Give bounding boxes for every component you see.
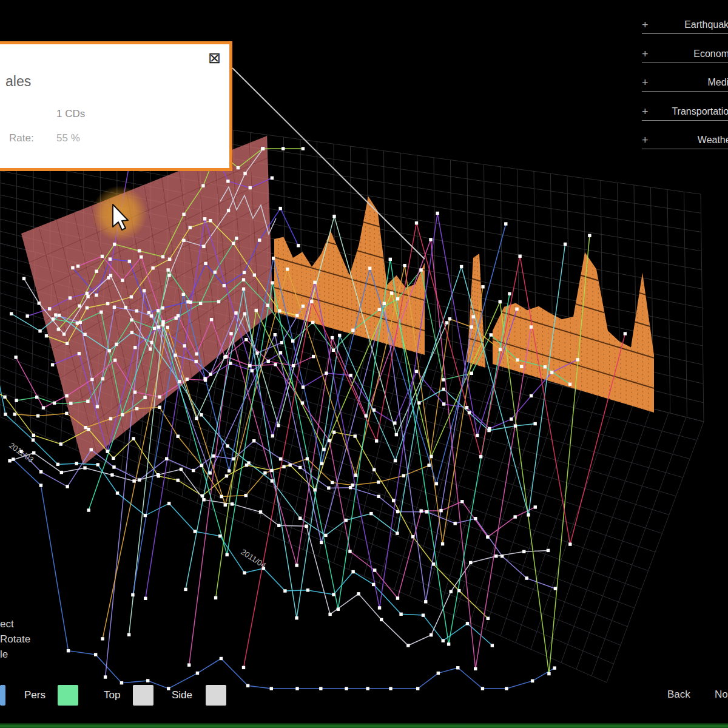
view-toolbar: Pers Top Side Back No xyxy=(0,683,728,710)
menu-item-economy[interactable]: + Economy xyxy=(642,49,728,63)
tooltip-popup: ⊠ ales 1 CDs Rate: 55 % xyxy=(0,41,232,171)
tooltip-title: ales xyxy=(5,73,31,90)
tooltip-rate-label: Rate: xyxy=(9,132,34,144)
menu-item-label: Economy xyxy=(693,49,728,59)
plus-icon[interactable]: + xyxy=(642,19,649,30)
view-button-perspective[interactable] xyxy=(58,685,78,706)
menu-item-transportation[interactable]: + Transportation xyxy=(642,106,728,121)
tooltip-cds-value: 1 CDs xyxy=(56,108,85,120)
mouse-hints: ect Rotate le xyxy=(0,616,30,662)
menu-item-media[interactable]: + Media xyxy=(642,77,728,92)
plus-icon[interactable]: + xyxy=(642,49,649,59)
partial-view-swatch[interactable] xyxy=(0,685,5,706)
menu-item-label: Weather xyxy=(698,135,728,146)
view-button-side[interactable] xyxy=(206,685,226,706)
menu-item-earthquake[interactable]: + Earthquake xyxy=(642,19,728,34)
view-button-top[interactable] xyxy=(133,685,153,706)
no-button[interactable]: No xyxy=(715,689,728,701)
plus-icon[interactable]: + xyxy=(642,77,649,88)
hint-scale: le xyxy=(0,647,30,662)
status-bar xyxy=(0,723,728,728)
menu-item-label: Media xyxy=(707,77,728,88)
view-label-pers: Pers xyxy=(24,689,46,701)
close-icon[interactable]: ⊠ xyxy=(208,50,221,66)
menu-item-label: Earthquake xyxy=(684,19,728,30)
plus-icon[interactable]: + xyxy=(642,106,649,117)
view-label-top: Top xyxy=(104,689,120,701)
menu-item-label: Transportation xyxy=(672,106,728,117)
back-button[interactable]: Back xyxy=(667,689,690,701)
view-label-side: Side xyxy=(172,689,192,701)
menu-item-weather[interactable]: + Weather xyxy=(642,135,728,149)
hint-rotate: Rotate xyxy=(0,632,30,647)
tooltip-rate-value: 55 % xyxy=(56,132,80,144)
hint-select: ect xyxy=(0,616,30,632)
plus-icon[interactable]: + xyxy=(642,135,649,146)
